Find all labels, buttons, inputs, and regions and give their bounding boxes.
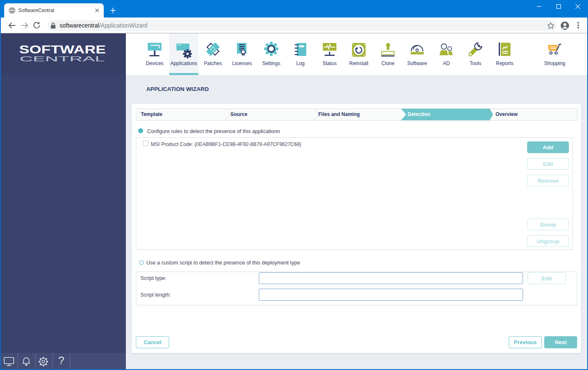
svg-text:SOFTWARE: SOFTWARE xyxy=(19,43,106,56)
svg-text:CENTRAL: CENTRAL xyxy=(20,55,105,63)
